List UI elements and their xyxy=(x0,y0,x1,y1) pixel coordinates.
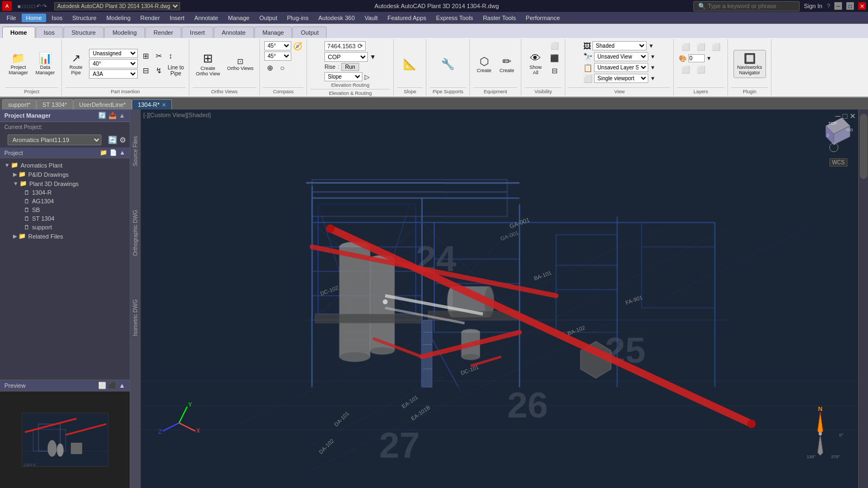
proj-icon1[interactable]: 🔄 xyxy=(108,136,117,144)
project-select[interactable]: Aromatics Plant11.19 xyxy=(8,134,101,145)
data-manager-button[interactable]: 📊 DataManager xyxy=(33,40,59,87)
pm-expand[interactable]: ▲ xyxy=(119,112,125,119)
doc-tab-close-1304-r-[interactable]: ✕ xyxy=(162,102,166,108)
navisworks-button[interactable]: 🔲 NavisworksNavigator xyxy=(733,50,766,78)
tree-icon3[interactable]: ▲ xyxy=(119,149,125,156)
drawing-selector[interactable]: Autodesk AutoCAD Plant 3D 2014 1304-R.dw… xyxy=(54,2,180,10)
tree-aromatics-plant[interactable]: ▼ 📁 Aromatics Plant xyxy=(2,160,127,170)
viewport[interactable]: [-][Custom View][Shaded] ─ □ ✕ 24 25 26 xyxy=(141,110,858,488)
unassigned-dropdown[interactable]: Unassigned xyxy=(89,49,138,58)
plant3d-toggle[interactable]: ▼ xyxy=(13,181,18,187)
cop-dropdown[interactable]: COP xyxy=(324,52,368,62)
show-all-button[interactable]: 👁 ShowAll xyxy=(525,40,546,87)
tree-related-files[interactable]: ▶ 📁 Related Files xyxy=(2,232,127,241)
viewport-max[interactable]: □ xyxy=(843,112,847,120)
ortho-views-button[interactable]: ⊡ Ortho Views xyxy=(224,40,256,87)
view-expand[interactable]: ▼ xyxy=(650,54,655,60)
iso-dwg-tab[interactable]: Isometric DWG xyxy=(130,294,141,341)
preview-expand[interactable]: ▲ xyxy=(119,382,125,389)
viewport-min[interactable]: ─ xyxy=(835,112,841,120)
doc-tab-userdefinedline-[interactable]: UserDefinedLine* xyxy=(73,99,132,110)
right-scrollbar[interactable] xyxy=(860,114,867,179)
ribbon-tab-annotate[interactable]: Annotate xyxy=(214,27,254,38)
compass-angle2[interactable]: 45° xyxy=(264,52,291,61)
menu-plugins[interactable]: Plug-ins xyxy=(283,14,313,22)
tree-support[interactable]: 🗒 support xyxy=(2,223,127,232)
doc-tab-1304-r-[interactable]: 1304-R*✕ xyxy=(132,99,172,110)
maximize-button[interactable]: □ xyxy=(846,2,854,10)
tree-sb[interactable]: 🗒 SB xyxy=(2,206,127,214)
elevation-refresh[interactable]: ⟳ xyxy=(358,42,363,50)
cop-arrow[interactable]: ▼ xyxy=(369,53,376,61)
create-equip2-button[interactable]: ✏ Create xyxy=(496,40,518,87)
compass-btn1[interactable]: ⊕ xyxy=(264,62,276,74)
tool1-button[interactable]: ⊞ xyxy=(140,50,152,62)
viewport-dropdown[interactable]: Single viewport xyxy=(594,74,648,83)
layer-btn5[interactable]: ⬜ xyxy=(694,64,708,75)
menu-structure[interactable]: Structure xyxy=(68,14,101,22)
search-input[interactable] xyxy=(708,3,795,9)
tree-st1304[interactable]: 🗒 ST 1304 xyxy=(2,214,127,223)
vis-btn2[interactable]: ⬛ xyxy=(547,53,561,64)
doc-tab-support-[interactable]: support* xyxy=(2,99,36,110)
route-pipe-button[interactable]: ↗ RoutePipe xyxy=(65,50,87,78)
menu-vault[interactable]: Vault xyxy=(360,14,382,22)
layer-state-expand[interactable]: ▼ xyxy=(650,65,655,70)
create-equip-button[interactable]: ⬡ Create xyxy=(473,40,495,87)
menu-isos[interactable]: Isos xyxy=(47,14,67,22)
layer-state-dropdown[interactable]: Unsaved Layer State xyxy=(594,63,648,72)
preview-icon2[interactable]: ⬛ xyxy=(108,382,117,389)
menu-render[interactable]: Render xyxy=(136,14,164,22)
tool3-button[interactable]: ↕ xyxy=(166,50,175,62)
minimize-button[interactable]: ─ xyxy=(834,2,842,10)
vis-btn3[interactable]: ⊟ xyxy=(547,65,561,76)
pm-icon1[interactable]: 🔄 xyxy=(98,112,106,119)
layer-btn2[interactable]: ⬜ xyxy=(694,41,708,53)
run-button[interactable]: Run xyxy=(341,63,359,71)
pm-icon2[interactable]: 📥 xyxy=(108,112,117,119)
menu-insert[interactable]: Insert xyxy=(165,14,189,22)
ribbon-tab-insert[interactable]: Insert xyxy=(182,27,213,38)
aromatics-toggle[interactable]: ▼ xyxy=(4,162,10,168)
layer-btn1[interactable]: ⬜ xyxy=(679,41,693,53)
related-toggle[interactable]: ▶ xyxy=(13,233,17,239)
angle-dropdown[interactable]: 40° xyxy=(89,59,138,68)
shaded-expand[interactable]: ▼ xyxy=(648,43,654,49)
slope-dropdown[interactable]: Slope xyxy=(324,72,362,81)
create-ortho-button[interactable]: ⊞ CreateOrtho View xyxy=(193,40,223,87)
layer-expand[interactable]: ▼ xyxy=(706,55,712,61)
menu-performance[interactable]: Performance xyxy=(521,14,564,22)
tree-1304r[interactable]: 🗒 1304-R xyxy=(2,188,127,197)
menu-a360[interactable]: Autodesk 360 xyxy=(314,14,359,22)
ribbon-tab-home[interactable]: Home xyxy=(2,27,35,38)
preview-icon1[interactable]: ⬜ xyxy=(98,382,106,389)
menu-modeling[interactable]: Modeling xyxy=(102,14,135,22)
menu-file[interactable]: File xyxy=(2,14,21,22)
spec-dropdown[interactable]: A3A xyxy=(89,69,138,79)
compass-btn2[interactable]: ○ xyxy=(277,62,287,74)
tool2-button[interactable]: ✂ xyxy=(153,50,165,62)
viewcube[interactable]: TOP S RIGHT N xyxy=(815,115,853,153)
menu-raster[interactable]: Raster Tools xyxy=(478,14,520,22)
project-manager-button[interactable]: 📁 ProjectManager xyxy=(5,40,31,87)
pid-toggle[interactable]: ▶ xyxy=(13,171,17,177)
viewport-expand[interactable]: ▼ xyxy=(650,75,655,81)
slope-arrow[interactable]: ▷ xyxy=(365,73,369,81)
unsaved-view-dropdown[interactable]: Unsaved View xyxy=(594,52,648,61)
menu-featured[interactable]: Featured Apps xyxy=(383,14,431,22)
ribbon-tab-output[interactable]: Output xyxy=(292,27,327,38)
menu-manage[interactable]: Manage xyxy=(224,14,254,22)
vis-btn1[interactable]: ⬜ xyxy=(547,40,561,52)
tree-plant3d-drawings[interactable]: ▼ 📁 Plant 3D Drawings xyxy=(2,179,127,188)
tool4-button[interactable]: ⊟ xyxy=(140,63,152,78)
tree-ag1304[interactable]: 🗒 AG1304 xyxy=(2,197,127,206)
compass-icon[interactable]: 🧭 xyxy=(293,42,302,50)
tree-icon1[interactable]: 📁 xyxy=(100,149,107,156)
menu-home[interactable]: Home xyxy=(22,14,46,22)
ortho-dwg-tab[interactable]: Orthographic DWG xyxy=(130,205,141,261)
line-to-pipe-button[interactable]: Line toPipe xyxy=(166,63,186,78)
slope-btn[interactable]: 📐 xyxy=(399,55,421,73)
ribbon-tab-manage[interactable]: Manage xyxy=(254,27,292,38)
pipe-support-btn[interactable]: 🔧 xyxy=(437,55,459,73)
tree-pid-drawings[interactable]: ▶ 📁 P&ID Drawings xyxy=(2,170,127,179)
